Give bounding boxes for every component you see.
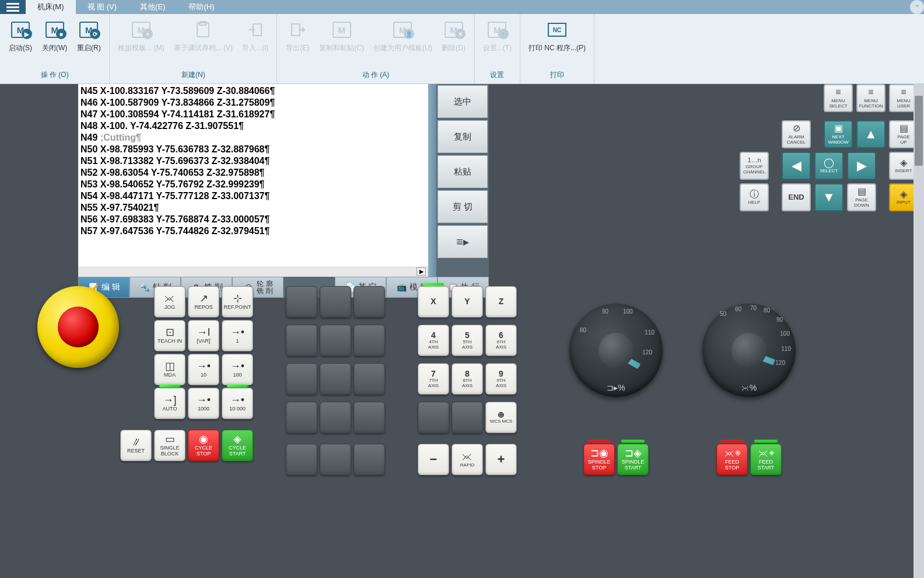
np-select[interactable]: ◯SELECT xyxy=(814,152,844,180)
k-spindle-start[interactable]: ⊐◈SPINDLE START xyxy=(617,444,649,475)
blank-key[interactable] xyxy=(354,325,385,356)
k-feed-start[interactable]: ⩙◈FEED START xyxy=(750,444,782,475)
menu-tab-help[interactable]: 帮助(H) xyxy=(177,0,226,14)
k-inc10[interactable]: →•10 xyxy=(188,354,219,385)
blank-key[interactable] xyxy=(452,402,483,433)
feed-override-dial[interactable]: 50 60 70 80 90 100 110 120 ⩙% xyxy=(702,304,796,397)
rb-print-nc[interactable]: NC打印 NC 程序...(P) xyxy=(524,16,590,65)
blank-key[interactable] xyxy=(286,325,317,356)
blank-key[interactable] xyxy=(286,402,317,433)
blank-key[interactable] xyxy=(418,402,449,433)
blank-key[interactable] xyxy=(320,444,351,475)
k-single-block[interactable]: ▭SINGLE BLOCK xyxy=(154,430,186,461)
k-mda[interactable]: ◫MDA xyxy=(154,354,186,385)
k-inc1[interactable]: →•1 xyxy=(222,320,253,351)
blank-key[interactable] xyxy=(286,363,317,395)
k-teachin[interactable]: ⊡TEACH IN xyxy=(154,320,186,351)
rb-delete[interactable]: M✕删除(D) xyxy=(437,16,471,65)
k-9th[interactable]: 99TH AXIS xyxy=(485,363,517,395)
blank-key[interactable] xyxy=(320,325,351,356)
k-cycle-start[interactable]: ◈CYCLE START xyxy=(222,430,253,461)
np-help[interactable]: ⓘHELP xyxy=(740,183,769,211)
expand-icon[interactable]: ⌃ xyxy=(910,0,924,14)
sb-cut[interactable]: 剪 切 xyxy=(438,190,488,223)
np-right-arrow[interactable]: ▶ xyxy=(847,152,876,180)
v-scrollbar[interactable] xyxy=(428,84,436,277)
blank-key[interactable] xyxy=(354,444,385,475)
rb-from-template[interactable]: M+根据模板... (M) xyxy=(113,16,169,65)
sb-copy[interactable]: 复制 xyxy=(438,120,488,153)
k-auto[interactable]: →]AUTO xyxy=(154,388,186,419)
rb-close[interactable]: M■关闭(W) xyxy=(37,16,72,65)
np-down-arrow[interactable]: ▼ xyxy=(814,183,844,211)
k-5th[interactable]: 55TH AXIS xyxy=(452,325,483,356)
sb-paste[interactable]: 粘贴 xyxy=(438,155,488,188)
np-end[interactable]: END xyxy=(782,183,811,211)
blank-key[interactable] xyxy=(354,286,385,318)
k-jog[interactable]: ⩙JOG xyxy=(154,286,186,318)
k-4th[interactable]: 44TH AXIS xyxy=(418,325,449,356)
blank-key[interactable] xyxy=(320,402,351,433)
blank-key[interactable] xyxy=(320,363,351,395)
h-scrollbar[interactable]: ▶ xyxy=(78,266,428,277)
rb-start[interactable]: M▶启动(S) xyxy=(4,16,37,65)
rb-copy-paste[interactable]: M复制和粘贴(C) xyxy=(314,16,369,65)
np-page-down[interactable]: ▤PAGE DOWN xyxy=(847,183,876,211)
rb-restart[interactable]: M⟳重启(R) xyxy=(72,16,106,65)
k-spindle-stop[interactable]: ⊐◉SPINDLE STOP xyxy=(583,444,615,475)
nav-panel: ≡MENU SELECT ≡MENU FUNCTION ≡MENU USER ⊘… xyxy=(603,84,918,215)
k-y[interactable]: Y xyxy=(452,286,483,318)
emergency-stop[interactable] xyxy=(37,286,119,368)
rb-export[interactable]: 导出(E) xyxy=(281,16,314,65)
k-plus[interactable]: + xyxy=(485,444,517,475)
k-refpoint[interactable]: ⊹REF.POINT xyxy=(222,286,253,318)
nc-code-view[interactable]: N45 X-100.833167 Y-73.589609 Z-30.884066… xyxy=(78,84,428,277)
blank-key[interactable] xyxy=(354,402,385,433)
k-feed-stop[interactable]: ⩙◉FEED STOP xyxy=(716,444,748,475)
blank-key[interactable] xyxy=(320,286,351,318)
rb-from-archive[interactable]: 基于调试存档... (V) xyxy=(169,16,237,65)
spindle-override-dial[interactable]: 80 90 100 110 120 ⊐▸% xyxy=(569,304,663,397)
rb-settings[interactable]: M🔧设置...(T) xyxy=(478,16,516,65)
k-inc100[interactable]: →•100 xyxy=(222,354,253,385)
np-alarm-cancel[interactable]: ⊘ALARM CANCEL xyxy=(782,120,811,148)
blank-key[interactable] xyxy=(286,444,317,475)
np-menu-select[interactable]: ≡MENU SELECT xyxy=(824,84,853,112)
k-8th[interactable]: 88TH AXIS xyxy=(452,363,483,395)
rg-operate: 操 作 (O) xyxy=(0,68,109,83)
k-repos[interactable]: ↗REPOS xyxy=(188,286,219,318)
k-x[interactable]: X xyxy=(418,286,449,318)
k-inc1000[interactable]: →•1000 xyxy=(188,388,219,419)
k-7th[interactable]: 77TH AXIS xyxy=(418,363,449,395)
k-wcs-mcs[interactable]: ⊕WCS MCS xyxy=(485,402,517,433)
rb-save-template[interactable]: M👤创建为用户模板(U) xyxy=(369,16,437,65)
k-6th[interactable]: 66TH AXIS xyxy=(485,325,517,356)
np-group-channel[interactable]: 1…nGROUP CHANNEL xyxy=(740,152,769,180)
np-next-window[interactable]: ▣NEXT WINDOW xyxy=(824,120,853,148)
np-up-arrow[interactable]: ▲ xyxy=(856,120,886,148)
side-buttons: 选中 复制 粘贴 剪 切 ≡▸ xyxy=(436,84,489,277)
blank-key[interactable] xyxy=(286,286,317,318)
k-var[interactable]: →I[VAR] xyxy=(188,320,219,351)
np-left-arrow[interactable]: ◀ xyxy=(782,152,811,180)
spindle-buttons: ⊐◉SPINDLE STOP ⊐◈SPINDLE START xyxy=(583,444,649,475)
np-menu-function[interactable]: ≡MENU FUNCTION xyxy=(856,84,886,112)
scroll-right-icon[interactable]: ▶ xyxy=(416,267,426,276)
k-cycle-stop[interactable]: ◉CYCLE STOP xyxy=(188,430,219,461)
k-reset[interactable]: ⫽RESET xyxy=(120,430,152,461)
k-inc10000[interactable]: →•10 000 xyxy=(222,388,253,419)
sb-select[interactable]: 选中 xyxy=(438,85,488,118)
k-rapid[interactable]: ⩙RAPID xyxy=(452,444,483,475)
hamburger-icon[interactable] xyxy=(0,0,26,14)
menu-tab-view[interactable]: 视 图 (V) xyxy=(76,0,129,14)
blank-key[interactable] xyxy=(354,363,385,395)
rb-import[interactable]: 导入...(I) xyxy=(237,16,273,65)
k-z[interactable]: Z xyxy=(485,286,517,318)
sb-more-icon[interactable]: ≡▸ xyxy=(438,225,488,258)
rg-print: 打印 xyxy=(520,68,594,83)
axis-pad: X Y Z 44TH AXIS 55TH AXIS 66TH AXIS 77TH… xyxy=(418,286,517,475)
menu-tab-other[interactable]: 其他(E) xyxy=(128,0,177,14)
k-minus[interactable]: − xyxy=(418,444,449,475)
window-v-scrollbar[interactable] xyxy=(914,84,924,578)
menu-tab-machine[interactable]: 机床(M) xyxy=(26,0,76,14)
